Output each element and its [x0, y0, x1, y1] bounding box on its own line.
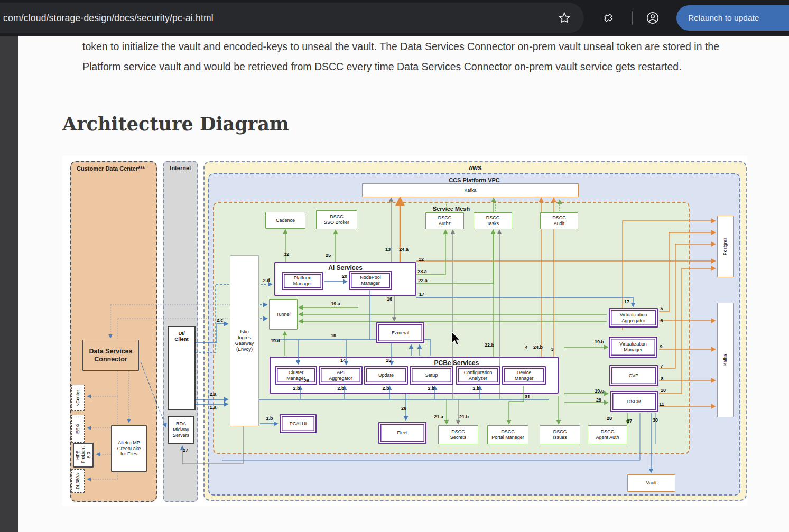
- edge-label-7-40: 7: [660, 363, 663, 369]
- node-dscc-sso-broker: DSCC SSO Broker: [316, 210, 357, 229]
- node-dscc-authz: DSCC Authz: [425, 212, 464, 229]
- edge-label-14-19: 14: [340, 358, 346, 363]
- node-update: Update: [364, 366, 408, 385]
- edge-label-2.a-28: 2.a: [210, 391, 217, 397]
- node-dsc: Data Services Connector: [82, 340, 139, 371]
- edge-label-17-7: 17: [419, 292, 424, 297]
- node-dscc-agent-auth: DSCC Agent Auth: [588, 425, 627, 444]
- edge-label-19.d-14: 19.d: [271, 338, 280, 343]
- edge-label-1.a-29: 1.a: [210, 405, 217, 410]
- profile-icon[interactable]: [646, 11, 660, 25]
- node-hpe: HPE ProLiant 8.0: [73, 443, 94, 468]
- node-api-aggregator: API Aggregator: [319, 366, 363, 385]
- edge-label-27-34: 27: [183, 447, 188, 453]
- node-dscc-portal-manager: DSCC Portal Manager: [487, 425, 528, 444]
- node-vault: Vault: [627, 474, 675, 492]
- node-setup: Setup: [410, 366, 453, 385]
- edge-label-24.a-3: 24.a: [399, 247, 409, 252]
- edge-label-28-46: 28: [607, 416, 612, 421]
- edge-label-26-21: 26: [304, 378, 309, 384]
- node-dscc-tasks: DSCC Tasks: [474, 212, 512, 229]
- bookmark-star-icon[interactable]: [558, 11, 571, 25]
- node-pcai-ui: PCAI UI: [280, 414, 317, 433]
- mouse-cursor: [451, 332, 463, 349]
- node-fleet: Fleet: [378, 422, 426, 444]
- edge-label-20-8: 20: [342, 274, 347, 279]
- node-cadence: Cadence: [265, 212, 305, 229]
- node-virt-manager: Virtualization Manager: [609, 337, 657, 358]
- edge-label-5-36: 5: [660, 306, 663, 311]
- edge-label-29-44: 29: [596, 397, 601, 403]
- node-dscc-audit: DSCC Audit: [540, 212, 578, 229]
- edge-label-18-13: 18: [331, 333, 336, 338]
- node-cluster-manager: Cluster Manager: [275, 366, 317, 385]
- node-istio: Istio Ingres Gateway (Envoy): [230, 255, 259, 426]
- edge-label-15-20: 15: [386, 358, 391, 363]
- edge-label-11-45: 11: [659, 402, 664, 407]
- url-bar[interactable]: com/cloud/storage-design/docs/security/p…: [0, 3, 584, 33]
- node-vcenter: vCenter: [71, 385, 85, 411]
- node-postgres: Postgres: [717, 216, 734, 277]
- relaunch-to-update-button[interactable]: Relaunch to update: [676, 5, 789, 31]
- edge-label-25-1: 25: [326, 253, 331, 258]
- architecture-diagram: Customer Data Center*** Internet AWS CCS…: [62, 156, 747, 506]
- node-alletra: Alletra MP GreenLake for Files: [111, 425, 147, 472]
- edge-label-12-4: 12: [419, 257, 424, 262]
- edge-label-1.b-30: 1.b: [266, 416, 273, 421]
- node-kafka-right: Kafka: [717, 303, 734, 417]
- node-virt-aggregator: Virtualization Aggregator: [609, 308, 658, 328]
- edge-label-26-31: 26: [401, 406, 406, 411]
- edge-label-10-43: 10: [661, 388, 666, 393]
- node-platform-manager: Platform Manager: [282, 272, 323, 290]
- edge-label-2.b-23: 2.b: [337, 386, 344, 391]
- edge-label-30-48: 30: [653, 417, 658, 423]
- node-dscm: DSCM: [610, 391, 658, 412]
- edge-label-22.b-15: 22.b: [485, 342, 494, 348]
- node-ezmeral: Ezmeral: [376, 322, 424, 343]
- node-dscc-secrets: DSCC Secrets: [438, 425, 478, 444]
- body-paragraph: token to initialize the vault and encode…: [82, 36, 755, 77]
- edge-label-17-35: 17: [624, 299, 629, 304]
- edge-label-2.b-22: 2.b: [293, 386, 300, 391]
- edge-label-2.b-26: 2.b: [472, 386, 479, 391]
- edge-label-16-11: 16: [387, 296, 392, 302]
- edge-label-4-16: 4: [525, 344, 527, 350]
- node-rda: RDA Midway Servers: [168, 416, 194, 444]
- url-text[interactable]: com/cloud/storage-design/docs/security/p…: [3, 3, 214, 33]
- edge-label-22.a-6: 22.a: [418, 278, 428, 283]
- edge-label-23.a-5: 23.a: [417, 269, 427, 274]
- node-device-manager: Device Manager: [502, 366, 546, 385]
- node-dl380a: DL380A: [71, 469, 85, 493]
- page-title: Architecture Diagram: [62, 113, 289, 135]
- browser-toolbar: com/cloud/storage-design/docs/security/p…: [0, 0, 789, 36]
- edge-label-2.b-25: 2.b: [428, 386, 434, 391]
- node-config-analyzer: Configuration Analyzer: [456, 366, 500, 385]
- edge-label-19.b-38: 19.b: [595, 339, 604, 344]
- node-esxi: ESXi: [71, 415, 85, 443]
- edge-label-13-2: 13: [385, 247, 391, 252]
- node-dscc-issues: DSCC Issues: [540, 425, 580, 444]
- edge-label-6-37: 6: [660, 318, 663, 323]
- edge-label-21.a-32: 21.a: [434, 414, 443, 419]
- edge-label-9-39: 9: [660, 344, 662, 349]
- edge-label-3-18: 3: [551, 347, 553, 352]
- edge-label-21.b-33: 21.b: [459, 414, 469, 419]
- edge-label-2.b-24: 2.b: [382, 386, 389, 391]
- page-content: token to initialize the vault and encode…: [18, 36, 789, 532]
- edge-label-19.a-10: 19.a: [331, 301, 340, 306]
- edge-label-19.c-42: 19.c: [595, 388, 604, 394]
- window-edge: [0, 36, 18, 532]
- edge-label-27-47: 27: [627, 418, 632, 424]
- edge-label-8-41: 8: [661, 376, 663, 381]
- node-nodepool-manager: NodePool Manager: [349, 271, 392, 290]
- edge-label-2.d-9: 2.d: [263, 278, 270, 283]
- node-cvp: CVP: [609, 365, 658, 386]
- edge-label-32-0: 32: [284, 251, 289, 257]
- edge-label-31-27: 31: [525, 394, 530, 399]
- node-tunnel: Tunnel: [269, 299, 298, 330]
- toolbar-divider: [632, 11, 633, 25]
- edge-label-2.c-12: 2.c: [217, 318, 224, 323]
- extensions-icon[interactable]: [601, 11, 615, 25]
- node-kafka-top: Kafka: [362, 183, 579, 197]
- node-ui-client: UI/ Client: [168, 326, 196, 410]
